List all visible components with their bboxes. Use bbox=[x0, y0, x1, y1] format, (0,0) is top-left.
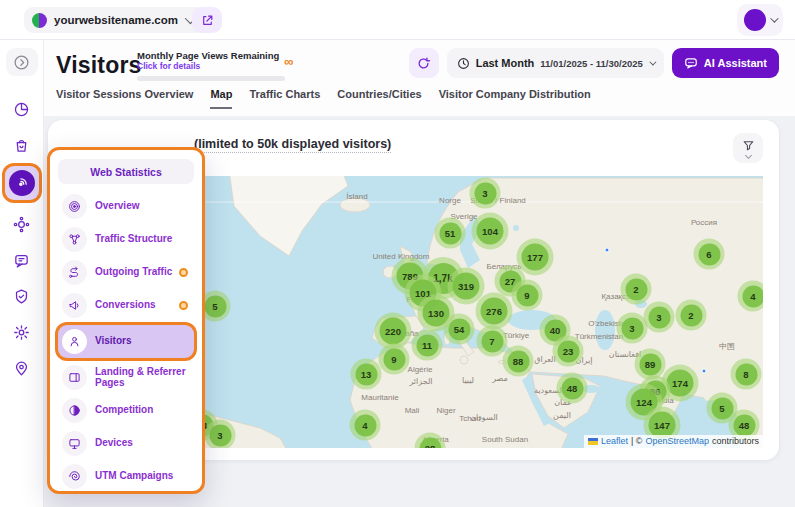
cluster-count: 3 bbox=[621, 317, 643, 339]
visitor-cluster[interactable]: 51 bbox=[435, 218, 466, 249]
chat-bubble-icon bbox=[684, 56, 698, 70]
cluster-count: 5 bbox=[711, 397, 733, 419]
user-menu[interactable] bbox=[737, 4, 783, 36]
browser-icon bbox=[68, 371, 81, 384]
visitor-location-icon bbox=[13, 360, 30, 377]
sidebar-item-settings-gear[interactable] bbox=[6, 317, 38, 347]
tab-visitor-company-distribution[interactable]: Visitor Company Distribution bbox=[439, 88, 591, 109]
half-circle-icon bbox=[68, 404, 81, 417]
menu-item-label: Outgoing Traffic bbox=[95, 267, 172, 278]
cluster-count: 7 bbox=[481, 330, 503, 352]
visitor-cluster[interactable]: 2 bbox=[676, 300, 707, 331]
visitor-cluster[interactable]: 7 bbox=[477, 326, 508, 357]
icon-sidebar bbox=[0, 40, 44, 507]
attribution-separator: | © bbox=[631, 436, 642, 446]
web-stats-radar-icon bbox=[14, 176, 29, 191]
cluster-count: 6 bbox=[698, 243, 720, 265]
map-card-title: (limited to 50k displayed visitors) bbox=[194, 137, 391, 153]
sidebar-item-orders-bag[interactable] bbox=[6, 130, 38, 160]
refresh-button[interactable] bbox=[409, 48, 439, 78]
visitor-cluster[interactable]: 23 bbox=[553, 336, 584, 367]
sidebar-item-chat[interactable] bbox=[6, 245, 38, 275]
visitor-cluster[interactable]: 9 bbox=[379, 344, 410, 375]
menu-item-visitors[interactable]: Visitors bbox=[58, 325, 194, 358]
tab-traffic-charts[interactable]: Traffic Charts bbox=[249, 88, 320, 109]
menu-item-competition[interactable]: Competition bbox=[58, 394, 194, 427]
cluster-count: 104 bbox=[477, 218, 504, 245]
site-selector[interactable]: yourwebsitename.com bbox=[24, 7, 205, 33]
visitor-cluster[interactable]: 3 bbox=[205, 420, 236, 449]
route-icon bbox=[68, 266, 81, 279]
page-views-quota: Monthly Page Views Remaining Click for d… bbox=[137, 50, 287, 81]
menu-item-traffic-structure[interactable]: Traffic Structure bbox=[58, 223, 194, 256]
menu-item-overview[interactable]: Overview bbox=[58, 190, 194, 223]
cluster-count: 276 bbox=[481, 298, 508, 325]
visitor-cluster[interactable]: 11 bbox=[412, 330, 443, 361]
sidebar-item-web-stats-radar[interactable] bbox=[5, 166, 39, 200]
visitor-cluster[interactable]: 48 bbox=[557, 373, 588, 404]
visitor-cluster[interactable]: 4 bbox=[350, 410, 381, 441]
cluster-count: 88 bbox=[507, 350, 529, 372]
visitor-cluster[interactable]: 6 bbox=[694, 239, 725, 270]
visitor-cluster[interactable]: 54 bbox=[444, 314, 475, 345]
visitor-cluster[interactable]: 276 bbox=[476, 293, 513, 330]
single-visitor-marker[interactable] bbox=[702, 369, 707, 374]
quota-progress-bar bbox=[137, 76, 285, 81]
menu-item-landing-referrer-pages[interactable]: Landing & Referrer Pages bbox=[58, 361, 194, 394]
chevron-down-icon bbox=[649, 58, 656, 65]
tab-map[interactable]: Map bbox=[210, 88, 232, 109]
menu-item-utm-campaigns[interactable]: UTM Campaigns bbox=[58, 460, 194, 493]
visitor-cluster[interactable]: 3 bbox=[644, 302, 675, 333]
cluster-count: 9 bbox=[383, 348, 405, 370]
menu-item-outgoing-traffic[interactable]: Outgoing Traffic bbox=[58, 256, 194, 289]
visitor-cluster[interactable]: 8 bbox=[731, 359, 762, 390]
cluster-count: 11 bbox=[416, 334, 438, 356]
cluster-count: 2 bbox=[680, 304, 702, 326]
single-visitor-marker[interactable] bbox=[605, 248, 610, 253]
sidebar-item-visitor-location[interactable] bbox=[6, 353, 38, 383]
menu-item-conversions[interactable]: Conversions bbox=[58, 289, 194, 322]
shield-icon bbox=[13, 288, 30, 305]
visitor-cluster[interactable]: 9 bbox=[512, 280, 543, 311]
notification-badge bbox=[179, 268, 188, 277]
visitor-cluster[interactable]: 88 bbox=[503, 346, 534, 377]
sidebar-item-shield[interactable] bbox=[6, 281, 38, 311]
menu-item-devices[interactable]: Devices bbox=[58, 427, 194, 460]
menu-item-label: Overview bbox=[95, 201, 139, 212]
open-site-button[interactable] bbox=[192, 7, 222, 33]
visitor-cluster[interactable]: 4 bbox=[738, 281, 764, 312]
cluster-count: 48 bbox=[561, 377, 583, 399]
ai-assistant-label: AI Assistant bbox=[704, 57, 767, 69]
sidebar-item-pie-chart[interactable] bbox=[6, 94, 38, 124]
refresh-icon bbox=[416, 56, 431, 71]
cluster-count: 3 bbox=[474, 182, 496, 204]
spiral-icon bbox=[68, 470, 81, 483]
monitor-icon bbox=[68, 437, 81, 450]
chat-icon bbox=[13, 252, 30, 269]
menu-item-label: Traffic Structure bbox=[95, 234, 172, 245]
visitor-cluster[interactable]: 89 bbox=[635, 349, 666, 380]
menu-item-label: Devices bbox=[95, 438, 133, 449]
openstreetmap-link[interactable]: OpenStreetMap bbox=[645, 436, 709, 446]
date-range-picker[interactable]: Last Month 11/01/2025 - 11/30/2025 bbox=[447, 48, 664, 78]
tab-visitor-sessions-overview[interactable]: Visitor Sessions Overview bbox=[56, 88, 193, 109]
chevron-down-icon bbox=[770, 14, 778, 22]
sidebar-item-expand[interactable] bbox=[6, 48, 38, 76]
ai-assistant-button[interactable]: AI Assistant bbox=[672, 48, 779, 78]
tab-countries-cities[interactable]: Countries/Cities bbox=[337, 88, 421, 109]
cluster-count: 2 bbox=[625, 278, 647, 300]
map-attribution: Leaflet | © OpenStreetMap contributors bbox=[584, 435, 763, 448]
menu-item-label: UTM Campaigns bbox=[95, 471, 173, 482]
active-icon-orb bbox=[9, 170, 35, 196]
cluster-count: 4 bbox=[354, 414, 376, 436]
visitor-cluster[interactable]: 13 bbox=[351, 359, 382, 390]
sidebar-item-automation[interactable] bbox=[6, 209, 38, 239]
filter-button[interactable] bbox=[733, 133, 763, 163]
quota-details-link[interactable]: Click for details bbox=[137, 61, 287, 71]
cluster-count: 13 bbox=[355, 363, 377, 385]
leaflet-link[interactable]: Leaflet bbox=[601, 436, 628, 446]
visitor-cluster[interactable]: 104 bbox=[472, 213, 509, 250]
visitor-cluster[interactable]: 177 bbox=[517, 239, 554, 276]
visitor-cluster[interactable]: 2 bbox=[621, 274, 652, 305]
visitor-cluster[interactable]: 3 bbox=[470, 178, 501, 209]
